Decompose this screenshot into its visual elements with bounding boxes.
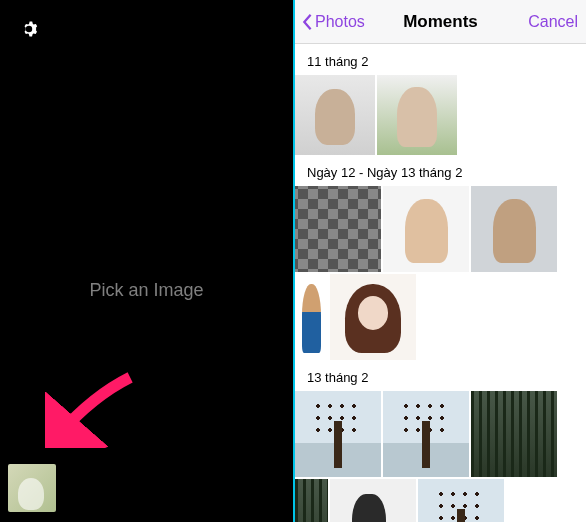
photo-thumbnail[interactable] [377, 75, 457, 155]
photo-thumbnail[interactable] [471, 186, 557, 272]
cancel-button[interactable]: Cancel [528, 13, 578, 31]
photo-thumbnail[interactable] [295, 274, 328, 360]
section-header: Ngày 12 - Ngày 13 tháng 2 [295, 155, 586, 186]
section-header: 13 tháng 2 [295, 360, 586, 391]
settings-button[interactable] [18, 18, 40, 44]
empty-state-text: Pick an Image [0, 280, 293, 301]
hint-arrow [45, 368, 140, 452]
photo-thumbnail[interactable] [418, 479, 504, 522]
photo-thumbnail[interactable] [295, 391, 381, 477]
editor-panel: Pick an Image [0, 0, 293, 522]
photo-grid [295, 75, 586, 155]
photo-thumbnail[interactable] [295, 75, 375, 155]
photo-grid [295, 391, 586, 522]
photo-thumbnail[interactable] [471, 391, 557, 477]
photo-thumbnail[interactable] [330, 274, 416, 360]
section-header: 11 tháng 2 [295, 44, 586, 75]
back-label: Photos [315, 13, 365, 31]
photo-grid [295, 186, 586, 360]
image-picker-button[interactable] [8, 464, 56, 512]
photo-thumbnail[interactable] [295, 186, 381, 272]
photo-thumbnail[interactable] [383, 186, 469, 272]
nav-bar: Photos Moments Cancel [295, 0, 586, 44]
photo-thumbnail[interactable] [330, 479, 416, 522]
gear-icon [18, 18, 40, 40]
chevron-left-icon [301, 13, 313, 31]
photo-grid-scroll[interactable]: 11 tháng 2 Ngày 12 - Ngày 13 tháng 2 13 … [295, 44, 586, 522]
photo-thumbnail[interactable] [295, 479, 328, 522]
photo-thumbnail[interactable] [383, 391, 469, 477]
photo-picker-panel: Photos Moments Cancel 11 tháng 2 Ngày 12… [293, 0, 586, 522]
back-button[interactable]: Photos [301, 13, 365, 31]
